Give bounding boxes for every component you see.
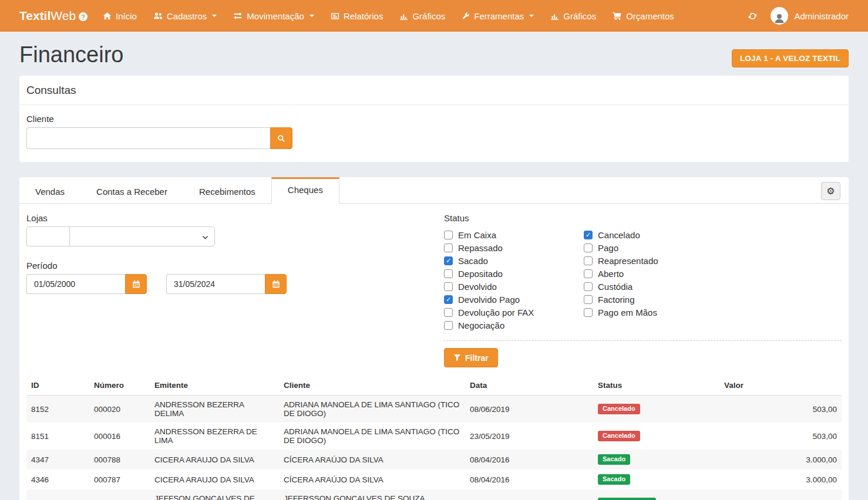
users-icon: [153, 11, 163, 21]
status-checkbox-reapresentado[interactable]: Reapresentado: [584, 254, 842, 267]
cell-valor: 503,00: [719, 396, 842, 423]
status-column-2: ✓CanceladoPagoReapresentadoAbertoCustódi…: [584, 228, 842, 332]
status-checkbox-label: Repassado: [458, 243, 503, 253]
cell-cliente: CÍCERA ARAÚJO DA SILVA: [279, 469, 465, 489]
table-header: IDNúmeroEmitenteClienteDataStatusValor: [26, 376, 842, 396]
nav-item-relatorios[interactable]: Relatórios: [322, 0, 392, 32]
cell-numero: 000020: [89, 396, 150, 423]
nav-item-cadastros[interactable]: Cadastros: [145, 0, 225, 32]
checkbox-unchecked-icon: [444, 231, 453, 239]
date-from-input[interactable]: [26, 274, 125, 294]
status-checkbox-label: Custódia: [598, 282, 633, 292]
checkbox-unchecked-icon: [444, 321, 453, 330]
cell-emitente: CICERA ARAUJO DA SILVA: [150, 469, 279, 489]
filter-left-column: Lojas Período: [26, 213, 444, 367]
status-checkbox-devolvido[interactable]: Devolvido: [444, 280, 584, 293]
cell-data: 23/05/2019: [465, 423, 593, 450]
calendar-icon: [132, 280, 140, 288]
consultas-title: Consultas: [19, 76, 849, 105]
status-checkbox-devolvido-pago[interactable]: ✓Devolvido Pago: [444, 293, 584, 306]
status-checkbox-cancelado[interactable]: ✓Cancelado: [584, 228, 842, 241]
chart-icon: [399, 12, 408, 21]
cart-icon: [613, 11, 622, 21]
status-badge: Cancelado: [598, 404, 640, 414]
checkbox-checked-icon: ✓: [584, 231, 593, 239]
date-from-button[interactable]: [125, 274, 147, 294]
checkbox-unchecked-icon: [444, 244, 453, 252]
column-header-status: Status: [593, 376, 719, 396]
cell-data: 08/04/2016: [465, 469, 593, 489]
tab-contas-a-receber[interactable]: Contas a Receber: [80, 177, 183, 204]
status-checkbox-repassado[interactable]: Repassado: [444, 241, 584, 254]
cell-status: Sacado: [593, 450, 719, 469]
page-title: Financeiro: [19, 42, 123, 67]
search-button[interactable]: [270, 127, 292, 149]
brand-light: Web: [51, 9, 76, 23]
status-checkbox-negociacao[interactable]: Negociação: [444, 319, 584, 332]
cell-numero: 000787: [89, 469, 150, 489]
status-checkbox-label: Depositado: [458, 269, 503, 279]
nav-item-ferramentas[interactable]: Ferramentas: [453, 0, 542, 32]
checkbox-checked-icon: ✓: [444, 295, 453, 304]
cell-data: 28/09/2015: [465, 489, 593, 500]
status-checkbox-pago[interactable]: Pago: [584, 241, 842, 254]
cell-data: 08/06/2019: [465, 396, 593, 423]
checkbox-unchecked-icon: [444, 269, 453, 278]
filter-right-column: Status Em CaixaRepassado✓SacadoDepositad…: [444, 213, 842, 367]
date-to-button[interactable]: [265, 274, 287, 294]
lojas-number-input[interactable]: [26, 227, 70, 246]
cliente-input[interactable]: [26, 127, 270, 149]
tab-cheques[interactable]: Cheques: [271, 177, 339, 204]
table-row: 8151000016ANDRESSON BEZERRA DE LIMAADRIA…: [26, 423, 842, 450]
status-checkbox-label: Em Caixa: [458, 230, 496, 240]
store-button[interactable]: LOJA 1 - A VELOZ TEXTIL: [732, 49, 849, 67]
tab-recebimentos[interactable]: Recebimentos: [183, 177, 271, 204]
status-checkbox-em-caixa[interactable]: Em Caixa: [444, 228, 584, 241]
checkbox-unchecked-icon: [584, 308, 593, 317]
brand-logo[interactable]: TextilWeb ?: [19, 9, 88, 23]
column-header-id: ID: [26, 376, 89, 396]
status-checkbox-sacado[interactable]: ✓Sacado: [444, 254, 584, 267]
filter-icon: [453, 354, 461, 362]
status-checkbox-depositado[interactable]: Depositado: [444, 267, 584, 280]
help-icon[interactable]: ?: [79, 12, 88, 21]
status-checkbox-aberto[interactable]: Aberto: [584, 267, 842, 280]
chart-icon: [550, 12, 559, 21]
cell-status: Devolvido Pago: [593, 489, 719, 500]
nav-item-orcamentos[interactable]: Orçamentos: [604, 0, 682, 32]
status-checkbox-custodia[interactable]: Custódia: [584, 280, 842, 293]
status-checkbox-pago-em-maos[interactable]: Pago em Mãos: [584, 306, 842, 319]
cell-emitente: CICERA ARAUJO DA SILVA: [150, 450, 279, 469]
tab-vendas[interactable]: Vendas: [19, 177, 80, 204]
nav-item-graficos[interactable]: Gráficos: [391, 0, 453, 32]
cell-emitente: JEFFSON GONÇALVES DE SOUZA: [150, 489, 279, 500]
settings-button[interactable]: ⚙: [821, 182, 840, 200]
refresh-icon[interactable]: [748, 11, 758, 21]
cell-emitente: ANDRESSON BEZERRA DE LIMA: [150, 423, 279, 450]
status-checkbox-devolucao-por-fax[interactable]: Devolução por FAX: [444, 306, 584, 319]
status-checkbox-label: Cancelado: [598, 230, 640, 240]
status-badge: Sacado: [598, 474, 630, 485]
status-checkbox-factoring[interactable]: Factoring: [584, 293, 842, 306]
nav-item-label: Início: [116, 11, 137, 21]
user-menu[interactable]: Administrador: [771, 7, 849, 25]
avatar: [771, 7, 788, 25]
nav-item-label: Relatórios: [344, 11, 383, 21]
nav-item-graficos[interactable]: Gráficos: [542, 0, 604, 32]
consultas-panel: Consultas Cliente: [19, 76, 849, 162]
date-to-input[interactable]: [166, 274, 265, 294]
nav-item-inicio[interactable]: Início: [95, 0, 145, 32]
periodo-controls: [26, 274, 444, 294]
cell-numero: 000016: [89, 423, 150, 450]
table-row: 4346000787CICERA ARAUJO DA SILVACÍCERA A…: [26, 469, 842, 489]
periodo-label: Período: [26, 261, 444, 271]
filtrar-button[interactable]: Filtrar: [444, 348, 498, 367]
home-icon: [103, 12, 112, 21]
nav-item-movimentacao[interactable]: Movimentação: [225, 0, 322, 32]
lojas-select[interactable]: [69, 227, 215, 246]
checkbox-unchecked-icon: [584, 244, 593, 252]
date-from-group: [26, 274, 147, 294]
status-checkbox-grid: Em CaixaRepassado✓SacadoDepositadoDevolv…: [444, 228, 842, 332]
cell-emitente: ANDRESSON BEZERRA DELIMA: [150, 396, 279, 423]
nav-item-label: Ferramentas: [474, 11, 524, 21]
